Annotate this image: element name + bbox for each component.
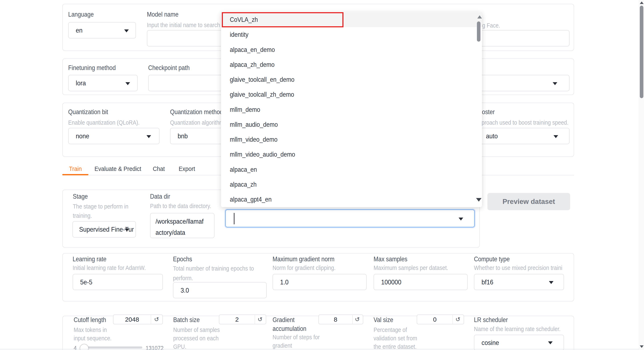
quantization-method-label: Quantization method [170,108,223,116]
quantization-method-hint: Quantization algorithm t [170,118,227,127]
llama-factory-app: Language en Model name Input the initial… [0,0,644,350]
dataset-dropdown-list: CoVLA_zh identity alpaca_en_demo alpaca_… [221,12,482,207]
language-value: en [76,26,82,34]
annotation-highlight-box [222,12,344,27]
val-size-hint: Percentage of validation set from the en… [374,326,424,350]
max-samples-input[interactable]: 100000 [374,274,468,290]
scroll-down-icon[interactable] [476,198,482,202]
stage-label: Stage [73,192,88,201]
data-dir-value: /workspace/llamafactory/data [156,216,206,238]
language-select[interactable]: en [68,22,136,38]
batch-size-hint: Number of samples processed on each GPU. [173,326,226,350]
epochs-value: 3.0 [180,286,189,294]
scroll-up-icon[interactable] [477,15,482,18]
dropdown-option[interactable]: mllm_audio_demo [221,117,482,132]
learning-rate-label: Learning rate [72,255,106,264]
val-size-input[interactable]: 0 ↺ [417,315,464,324]
reset-icon[interactable]: ↺ [258,316,262,323]
dropdown-option[interactable]: mllm_demo [221,102,482,117]
batch-size-input[interactable]: 2 ↺ [219,315,266,324]
epochs-input[interactable]: 3.0 [173,282,267,298]
dataset-select[interactable] [225,209,475,227]
scroll-down-icon[interactable] [640,345,644,348]
dropdown-option[interactable]: alpaca_zh [221,177,482,192]
batch-size-label: Batch size [173,316,200,324]
page-scrollbar-track[interactable] [639,0,644,350]
dropdown-option[interactable]: identity [221,27,482,42]
booster-label: oster [482,108,495,116]
dropdown-option[interactable]: alpaca_en_demo [221,42,482,57]
booster-select[interactable]: auto [474,128,570,144]
gradient-accumulation-hint: Number of steps for gradient [272,333,326,350]
data-dir-hint: Path to the data directory. [150,202,211,210]
stage-select[interactable]: Supervised Fine-Tur [72,221,136,238]
booster-hint: proach used to boost training speed. [482,118,568,127]
max-grad-norm-label: Maximum gradient norm [272,255,334,264]
dropdown-option[interactable]: alpaca_gpt4_en [221,192,482,207]
dropdown-scrollbar-thumb[interactable] [477,21,480,42]
quantization-bit-value: none [76,132,89,140]
tab-export[interactable]: Export [179,165,195,172]
reset-icon[interactable]: ↺ [355,316,360,323]
lr-scheduler-hint: Name of the learning rate scheduler. [474,325,560,333]
model-name-label: Model name [147,10,178,19]
model-path-hint: ng Face. [479,21,500,30]
page-scrollbar-thumb[interactable] [640,6,643,98]
epochs-hint: Total number of training epochs to perfo… [173,264,259,283]
dropdown-option[interactable]: glaive_toolcall_en_demo [221,72,482,87]
tab-train[interactable]: Train [69,165,82,172]
cutoff-length-input[interactable]: 2048 ↺ [113,315,163,324]
scroll-up-icon[interactable] [640,1,644,4]
max-samples-value: 100000 [381,278,401,286]
max-samples-label: Max samples [374,255,408,264]
dropdown-option[interactable]: alpaca_en [221,162,482,177]
dropdown-option[interactable]: mllm_video_demo [221,132,482,147]
quantization-bit-hint: Enable quantization (QLoRA). [68,118,140,127]
stage-hint: The stage to perform in training. [73,202,134,220]
language-label: Language [68,10,94,19]
val-size-label: Val size [374,316,393,324]
max-samples-hint: Maximum samples per dataset. [374,264,448,272]
chevron-down-icon [458,218,463,220]
quantization-bit-select[interactable]: none [68,128,160,144]
chevron-down-icon [126,82,130,85]
dropdown-option[interactable]: alpaca_zh_demo [221,57,482,72]
max-grad-norm-input[interactable]: 1.0 [272,274,366,290]
window-bottom-edge [0,349,644,349]
data-dir-input[interactable]: /workspace/llamafactory/data [150,213,214,238]
active-tab-underline [62,174,88,175]
lr-scheduler-value: cosine [482,339,499,347]
learning-rate-hint: Initial learning rate for AdamW. [72,264,146,272]
chevron-down-icon [548,341,553,344]
compute-type-select[interactable]: bf16 [474,274,564,290]
gradient-accumulation-value: 8 [319,315,352,324]
cutoff-length-value: 2048 [114,315,151,324]
batch-size-value: 2 [219,315,255,324]
dropdown-option[interactable]: glaive_toolcall_zh_demo [221,87,482,102]
chevron-down-icon [554,135,558,138]
dropdown-option[interactable]: mllm_video_audio_demo [221,147,482,162]
gradient-accumulation-input[interactable]: 8 ↺ [318,315,363,324]
finetuning-method-select[interactable]: lora [68,75,138,91]
lr-scheduler-select[interactable]: cosine [474,335,564,350]
compute-type-label: Compute type [474,255,510,264]
learning-rate-input[interactable]: 5e-5 [72,274,163,290]
preview-dataset-button[interactable]: Preview dataset [488,193,570,210]
chevron-down-icon [553,82,557,85]
reset-icon[interactable]: ↺ [456,316,460,323]
compute-type-value: bf16 [482,278,493,286]
reset-icon[interactable]: ↺ [154,316,159,323]
max-grad-norm-hint: Norm for gradient clipping. [272,264,336,272]
cutoff-slider-track[interactable] [81,347,142,349]
tab-chat[interactable]: Chat [153,165,165,172]
val-size-value: 0 [417,315,452,324]
model-name-hint: Input the initial name to search for t [147,21,221,29]
finetuning-method-label: Finetuning method [68,63,116,72]
chevron-down-icon [146,135,151,138]
chevron-down-icon [124,228,129,231]
cutoff-length-hint: Max tokens in input sequence. [74,326,118,343]
gradient-accumulation-label: Gradient accumulation [272,316,318,333]
chevron-down-icon [549,281,554,284]
tab-evaluate-predict[interactable]: Evaluate & Predict [94,165,141,172]
learning-rate-value: 5e-5 [80,278,92,286]
